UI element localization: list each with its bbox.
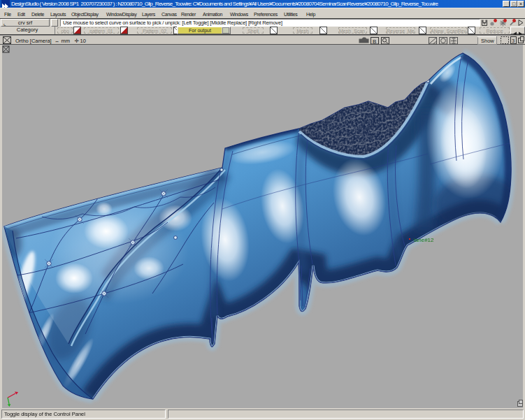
svg-text:Show: Show [481, 38, 494, 44]
svg-text:3: 3 [512, 38, 515, 44]
svg-text:B: B [373, 38, 376, 45]
svg-text:lane#12: lane#12 [414, 237, 434, 243]
